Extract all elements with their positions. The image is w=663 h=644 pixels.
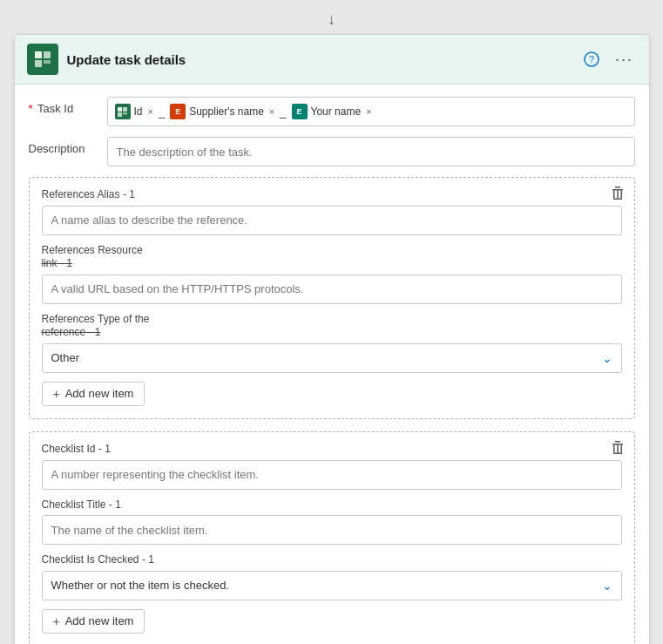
svg-rect-10 <box>612 189 623 191</box>
description-row: Description <box>29 137 635 166</box>
svg-rect-0 <box>35 51 42 58</box>
checklist-add-label: Add new item <box>65 614 134 627</box>
svg-rect-19 <box>620 444 622 452</box>
svg-rect-17 <box>615 441 620 443</box>
checklist-plus-icon: + <box>53 614 60 628</box>
required-star: * <box>29 102 33 115</box>
token-your-name-text: Your name <box>311 105 362 118</box>
references-resource-input[interactable] <box>42 275 622 304</box>
token-suppliers-name-text: Supplier's name <box>189 105 264 118</box>
token-your-name-icon: E <box>292 104 308 119</box>
checklist-title-input[interactable] <box>42 515 622 545</box>
help-button[interactable]: ? <box>579 47 604 71</box>
references-alias-field: References Alias - 1 <box>42 188 622 235</box>
checklist-title-label: Checklist Title - 1 <box>42 498 622 512</box>
references-add-new-button[interactable]: + Add new item <box>42 382 145 406</box>
checklist-is-checked-field: Checklist Is Checked - 1 Whether or not … <box>42 553 622 600</box>
references-alias-input[interactable] <box>42 206 622 235</box>
token-suppliers-name-close[interactable]: × <box>269 106 274 117</box>
checklist-add-new-button[interactable]: + Add new item <box>42 609 145 634</box>
checklist-section: Checklist Id - 1 Checklist Title - 1 Che… <box>29 431 635 644</box>
svg-rect-14 <box>613 199 622 200</box>
references-type-value: Other <box>51 351 80 364</box>
task-id-value: Id × _ E Supplier's name × _ <box>107 97 635 126</box>
separator-1: _ <box>159 105 165 119</box>
checklist-id-label: Checklist Id - 1 <box>42 443 622 457</box>
svg-text:?: ? <box>588 54 593 64</box>
more-icon: ··· <box>615 51 633 69</box>
svg-rect-16 <box>612 444 623 445</box>
svg-rect-7 <box>123 107 127 112</box>
svg-rect-12 <box>613 191 615 199</box>
svg-rect-18 <box>613 444 615 452</box>
references-type-label: References Type of the reference - 1 <box>42 313 622 340</box>
svg-rect-15 <box>617 191 619 199</box>
references-resource-field: References Resource link - 1 <box>42 244 622 304</box>
token-suppliers-name-icon: E <box>170 104 186 119</box>
svg-rect-20 <box>613 452 622 454</box>
references-add-label: Add new item <box>65 387 134 400</box>
token-id: Id × <box>115 102 153 121</box>
token-id-close[interactable]: × <box>148 106 153 117</box>
svg-rect-13 <box>620 191 622 199</box>
update-task-card: Update task details ? ··· * <box>14 34 650 644</box>
more-options-button[interactable]: ··· <box>612 47 637 71</box>
references-resource-label: References Resource link - 1 <box>42 244 622 271</box>
card-title: Update task details <box>67 52 186 67</box>
connector-arrow: ↓ <box>328 10 335 29</box>
checklist-id-input[interactable] <box>42 460 622 490</box>
checklist-is-checked-dropdown[interactable]: Whether or not the item is checked. ⌄ <box>42 571 622 600</box>
header-right: ? ··· <box>579 47 637 71</box>
checklist-is-checked-label: Checklist Is Checked - 1 <box>42 553 622 567</box>
references-delete-button[interactable] <box>610 185 626 204</box>
page-wrapper: ↓ Update task details <box>0 0 663 644</box>
svg-rect-11 <box>615 186 620 188</box>
references-type-chevron-icon: ⌄ <box>602 351 612 365</box>
description-value <box>107 137 635 166</box>
checklist-id-field: Checklist Id - 1 <box>42 443 622 490</box>
token-id-icon <box>115 104 131 119</box>
task-id-row: * Task Id <box>29 97 635 126</box>
svg-rect-2 <box>35 60 42 67</box>
svg-rect-8 <box>118 112 122 117</box>
token-suppliers-name: E Supplier's name × <box>170 102 274 121</box>
checklist-delete-button[interactable] <box>610 439 626 458</box>
card-header: Update task details ? ··· <box>15 35 649 85</box>
header-left: Update task details <box>27 44 186 75</box>
svg-rect-9 <box>123 112 127 115</box>
references-type-field: References Type of the reference - 1 Oth… <box>42 313 622 373</box>
task-id-label: * Task Id <box>29 97 98 115</box>
checklist-is-checked-value: Whether or not the item is checked. <box>51 579 229 592</box>
svg-rect-3 <box>44 60 51 64</box>
task-id-token-area[interactable]: Id × _ E Supplier's name × _ <box>107 97 635 126</box>
checklist-title-field: Checklist Title - 1 <box>42 498 622 546</box>
references-alias-label: References Alias - 1 <box>42 188 622 202</box>
description-input[interactable] <box>107 137 635 166</box>
svg-rect-1 <box>44 51 51 58</box>
references-section: References Alias - 1 References Resource… <box>29 177 635 419</box>
separator-2: _ <box>280 105 286 119</box>
references-type-dropdown[interactable]: Other ⌄ <box>42 343 622 373</box>
svg-rect-6 <box>118 107 122 112</box>
token-your-name-close[interactable]: × <box>366 106 371 117</box>
references-plus-icon: + <box>53 387 60 401</box>
card-body: * Task Id <box>15 85 649 644</box>
token-your-name: E Your name × <box>292 102 372 121</box>
description-label: Description <box>29 137 98 155</box>
svg-rect-21 <box>617 444 619 452</box>
planner-app-icon <box>27 44 58 75</box>
token-id-text: Id <box>134 105 143 118</box>
checklist-is-checked-chevron-icon: ⌄ <box>602 579 612 593</box>
